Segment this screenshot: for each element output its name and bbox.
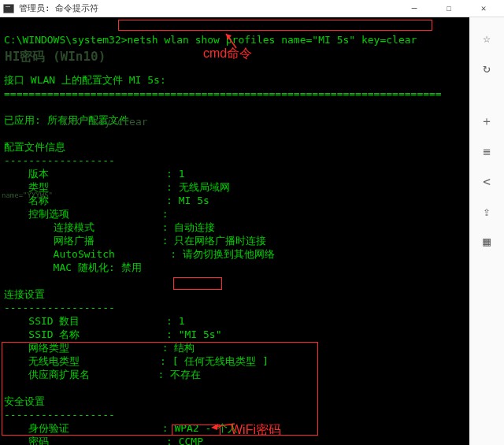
maximize-button[interactable]: ☐ [432, 0, 466, 17]
nettype-key: 网络类型 [4, 342, 69, 354]
separator-dash-2: ------------------ [4, 302, 115, 313]
connmode-val: 自动连接 [174, 221, 215, 233]
cmd-icon [3, 4, 14, 13]
vendor-key: 供应商扩展名 [4, 369, 90, 380]
type-key: 类型 [4, 181, 49, 193]
radiotype-val: [ 任何无线电类型 ] [172, 355, 269, 367]
separator-dash-3: ------------------ [4, 409, 115, 421]
cipher-val: CCMP [179, 436, 203, 445]
window-title: 管理员: 命令提示符 [19, 2, 397, 14]
broadcast-val: 只在网络广播时连接 [174, 235, 266, 247]
add-icon[interactable]: ＋ [479, 113, 495, 129]
auth-key: 身份验证 [4, 422, 69, 434]
type-val: 无线局域网 [179, 181, 230, 193]
auth-val: WPA2 - 个人 [174, 422, 238, 434]
autoswitch-val: 请勿切换到其他网络 [183, 248, 275, 260]
connmode-key: 连接模式 [4, 221, 94, 233]
autoswitch-key: AutoSwitch [4, 248, 115, 260]
prompt-command: netsh wlan show profiles name="MI 5s" ke… [128, 34, 417, 46]
radiotype-key: 无线电类型 [4, 355, 80, 367]
macrandom-key: MAC 随机化: 禁用 [4, 261, 142, 273]
list-icon[interactable]: ≡ [479, 143, 495, 159]
right-sidebar: ☆ ↻ ＋ ≡ < ⇪ ▦ [469, 17, 504, 445]
control-key: 控制选项 [4, 208, 69, 220]
prompt-path: C:\WINDOWS\system32> [4, 34, 128, 46]
broadcast-key: 网络广播 [4, 235, 94, 247]
export-icon[interactable]: ⇪ [479, 203, 495, 219]
sec-settings-header: 安全设置 [4, 395, 45, 407]
name-key: 名称 [4, 195, 49, 206]
qr-icon[interactable]: ▦ [479, 233, 495, 249]
history-icon[interactable]: ↻ [479, 60, 495, 76]
nettype-val: 结构 [174, 342, 195, 354]
titlebar[interactable]: 管理员: 命令提示符 ─ ☐ ✕ [0, 0, 504, 17]
profile-info-header: 配置文件信息 [4, 141, 65, 153]
share-icon[interactable]: < [479, 173, 495, 189]
close-button[interactable]: ✕ [466, 0, 501, 17]
separator-eq: ========================================… [4, 87, 442, 99]
version-key: 版本 [4, 168, 49, 180]
conn-settings-header: 连接设置 [4, 288, 45, 300]
ssidname-val: "MI 5s" [179, 328, 222, 340]
terminal-content[interactable]: C:\WINDOWS\system32>netsh wlan show prof… [0, 17, 469, 445]
applied-line: 已应用: 所有用户配置文件 [4, 114, 129, 126]
cipher-key: 密码 [4, 436, 49, 445]
separator-dash: ------------------ [4, 154, 115, 166]
minimize-button[interactable]: ─ [397, 0, 432, 17]
app-window: 管理员: 命令提示符 ─ ☐ ✕ C:\WINDOWS\system32>net… [0, 0, 504, 445]
version-val: 1 [179, 168, 185, 180]
ssidname-key: SSID 名称 [4, 328, 80, 340]
vendor-val: 不存在 [170, 369, 201, 380]
interface-header: 接口 WLAN 上的配置文件 MI 5s: [4, 74, 166, 86]
name-val: MI 5s [179, 195, 209, 206]
window-controls: ─ ☐ ✕ [397, 0, 501, 17]
ssidnum-val: 1 [179, 315, 185, 327]
ssidnum-key: SSID 数目 [4, 315, 80, 327]
bookmark-icon[interactable]: ☆ [479, 30, 495, 46]
